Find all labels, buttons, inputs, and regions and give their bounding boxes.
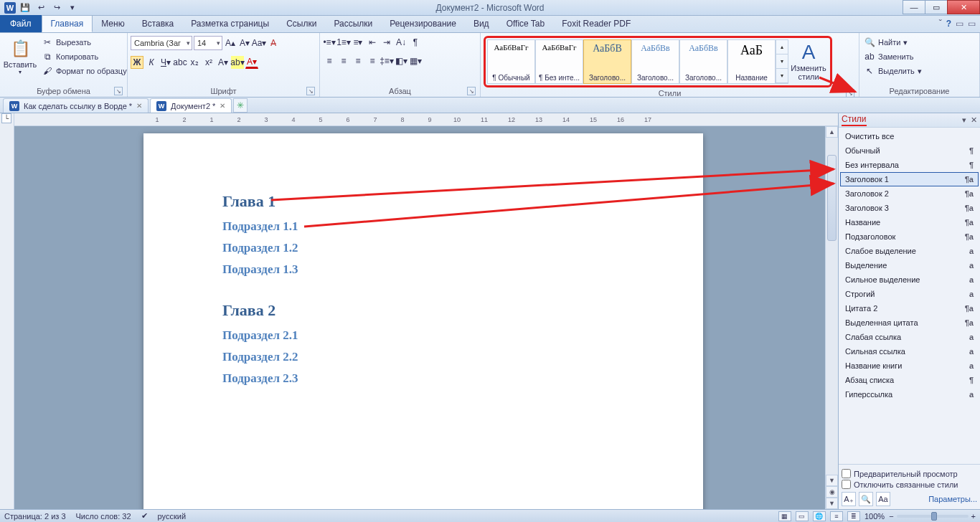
status-page[interactable]: Страница: 2 из 3 (4, 512, 66, 521)
minimize-button[interactable]: — (903, 0, 925, 14)
style-pane-item[interactable]: Название книгиa (840, 359, 979, 373)
tab-вставка[interactable]: Вставка (133, 15, 183, 32)
style-pane-item[interactable]: Сильная ссылкаa (840, 344, 979, 359)
underline-button[interactable]: Ч▾ (159, 56, 172, 69)
doc-heading-2[interactable]: Подраздел 2.3 (222, 371, 624, 386)
grow-font-button[interactable]: A▴ (224, 37, 237, 49)
document-tab[interactable]: WКак сделать ссылку в Ворде *✕ (3, 98, 149, 113)
line-spacing-button[interactable]: ‡≡▾ (380, 54, 393, 67)
tab-разметка-страницы[interactable]: Разметка страницы (182, 15, 278, 32)
tab-рецензирование[interactable]: Рецензирование (381, 15, 465, 32)
scroll-up-icon[interactable]: ▲ (826, 126, 838, 138)
change-case-button[interactable]: Aa▾ (253, 37, 265, 49)
doc-heading-1[interactable]: Глава 1 (222, 192, 624, 211)
subscript-button[interactable]: x₂ (188, 56, 201, 69)
disable-linked-checkbox[interactable]: Отключить связанные стили (842, 480, 977, 489)
styles-options-link[interactable]: Параметры... (928, 495, 977, 503)
superscript-button[interactable]: x² (202, 56, 215, 69)
scroll-down-icon[interactable]: ▼ (826, 475, 838, 486)
doc-heading-2[interactable]: Подраздел 2.2 (222, 350, 624, 364)
copy-button[interactable]: ⧉Копировать (40, 50, 128, 63)
tab-вид[interactable]: Вид (465, 15, 498, 32)
scroll-thumb[interactable] (827, 155, 837, 241)
ribbon-minimize-icon[interactable]: ˇ (939, 19, 942, 29)
strike-button[interactable]: abc (174, 56, 187, 69)
font-name-combo[interactable]: Cambria (Заг (131, 36, 192, 50)
tab-ссылки[interactable]: Ссылки (278, 15, 325, 32)
style-pane-item[interactable]: Обычный¶ (840, 143, 979, 158)
clipboard-dialog-launcher[interactable]: ↘ (114, 87, 123, 95)
style-gallery-item[interactable]: АаБбВвЗаголово... (631, 39, 679, 84)
close-tab-icon[interactable]: ✕ (220, 102, 225, 110)
font-color-button[interactable]: A▾ (245, 56, 258, 69)
style-pane-item[interactable]: Выделенная цитата¶a (840, 315, 979, 330)
tab-foxit-reader-pdf[interactable]: Foxit Reader PDF (553, 15, 639, 32)
zoom-slider-thumb[interactable] (931, 512, 937, 521)
cut-button[interactable]: ✂Вырезать (40, 36, 128, 49)
align-center-button[interactable]: ≡ (337, 54, 350, 67)
style-pane-item[interactable]: Название¶a (840, 215, 979, 229)
align-left-button[interactable]: ≡ (323, 54, 336, 67)
next-page-icon[interactable]: ▼ (826, 498, 838, 509)
format-painter-button[interactable]: 🖌Формат по образцу (40, 65, 128, 77)
increase-indent-button[interactable]: ⇥ (380, 36, 393, 49)
styles-pane-list[interactable]: Очистить всеОбычный¶Без интервала¶Заголо… (839, 128, 980, 464)
doc-heading-2[interactable]: Подраздел 1.2 (222, 241, 624, 255)
replace-button[interactable]: abЗаменить (862, 50, 923, 63)
qat-redo-icon[interactable]: ↪ (50, 1, 63, 14)
pane-close-icon[interactable]: ✕ (971, 115, 977, 125)
disable-linked-checkbox-input[interactable] (842, 480, 851, 489)
style-gallery-item[interactable]: АаБбВвЗаголово... (679, 39, 727, 84)
select-button[interactable]: ↖Выделить ▾ (862, 65, 923, 77)
decrease-indent-button[interactable]: ⇤ (366, 36, 379, 49)
zoom-level[interactable]: 100% (864, 512, 885, 521)
style-pane-item[interactable]: Без интервала¶ (840, 158, 979, 172)
doc-heading-2[interactable]: Подраздел 2.1 (222, 328, 624, 343)
new-style-button[interactable]: A₊ (842, 492, 856, 506)
borders-button[interactable]: ▦▾ (409, 54, 422, 67)
help-icon[interactable]: ? (946, 19, 951, 29)
tab-selector[interactable]: └ (1, 113, 11, 123)
view-outline[interactable]: ≡ (830, 511, 843, 521)
style-pane-item[interactable]: Выделениеa (840, 258, 979, 272)
qat-save-icon[interactable]: 💾 (19, 1, 32, 14)
style-pane-item[interactable]: Заголовок 3¶a (840, 201, 979, 215)
show-marks-button[interactable]: ¶ (409, 36, 422, 49)
tab-рассылки[interactable]: Рассылки (325, 15, 381, 32)
align-right-button[interactable]: ≡ (352, 54, 364, 67)
style-pane-item[interactable]: Подзаголовок¶a (840, 229, 979, 244)
tab-главная[interactable]: Главная (42, 15, 93, 32)
document-page[interactable]: Глава 1Подраздел 1.1Подраздел 1.2Подразд… (143, 133, 703, 509)
italic-button[interactable]: К (145, 56, 158, 69)
text-effects-button[interactable]: A▾ (217, 56, 230, 69)
tab-office-tab[interactable]: Office Tab (498, 15, 554, 32)
shading-button[interactable]: ◧▾ (395, 54, 407, 67)
styles-gallery[interactable]: АаБбВвГг¶ ОбычныйАаБбВвГг¶ Без инте...Аа… (487, 39, 776, 84)
style-gallery-item[interactable]: АаБбВЗаголово... (583, 39, 631, 84)
doc-heading-2[interactable]: Подраздел 1.1 (222, 219, 624, 234)
prev-page-icon[interactable]: ◉ (826, 486, 838, 498)
ribbon-opt1-icon[interactable]: ▭ (956, 19, 963, 29)
style-pane-item[interactable]: Строгийa (840, 287, 979, 301)
style-pane-item[interactable]: Слабая ссылкаa (840, 330, 979, 344)
sort-button[interactable]: A↓ (395, 36, 407, 49)
maximize-button[interactable]: ▭ (925, 0, 948, 14)
paste-button[interactable]: 📋 Вставить ▾ (3, 36, 37, 77)
highlight-button[interactable]: ab▾ (231, 56, 244, 69)
pane-menu-icon[interactable]: ▾ (962, 115, 966, 125)
styles-dialog-launcher[interactable]: ↘ (846, 89, 854, 98)
style-pane-item[interactable]: Заголовок 1¶a (840, 172, 979, 186)
style-pane-item[interactable]: Слабое выделениеa (840, 244, 979, 258)
find-button[interactable]: 🔍Найти ▾ (862, 36, 923, 49)
doc-heading-1[interactable]: Глава 2 (222, 301, 624, 320)
style-inspector-button[interactable]: 🔍 (859, 492, 873, 506)
vertical-scrollbar[interactable]: ▲ ▼ ◉ ▼ (825, 126, 838, 509)
bold-button[interactable]: Ж (131, 56, 143, 69)
shrink-font-button[interactable]: A▾ (238, 37, 251, 49)
zoom-in-button[interactable]: + (971, 512, 976, 521)
document-tab[interactable]: WДокумент2 *✕ (150, 98, 232, 113)
status-language[interactable]: русский (158, 512, 186, 521)
new-tab-button[interactable]: ✳ (233, 98, 248, 113)
numbering-button[interactable]: 1≡▾ (337, 36, 350, 49)
preview-checkbox[interactable]: Предварительный просмотр (842, 469, 977, 478)
